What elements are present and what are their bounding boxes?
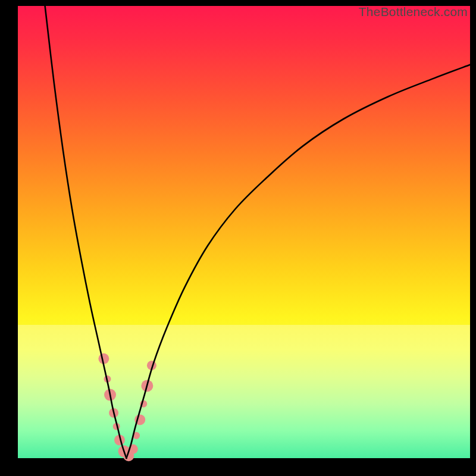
chart-svg xyxy=(18,6,470,458)
curve-left-branch xyxy=(45,6,127,458)
watermark-text: TheBottleneck.com xyxy=(359,5,468,19)
chart-frame: TheBottleneck.com xyxy=(0,0,476,476)
marker-layer xyxy=(98,353,156,461)
curve-right-branch xyxy=(126,65,470,458)
plot-area xyxy=(18,6,470,458)
